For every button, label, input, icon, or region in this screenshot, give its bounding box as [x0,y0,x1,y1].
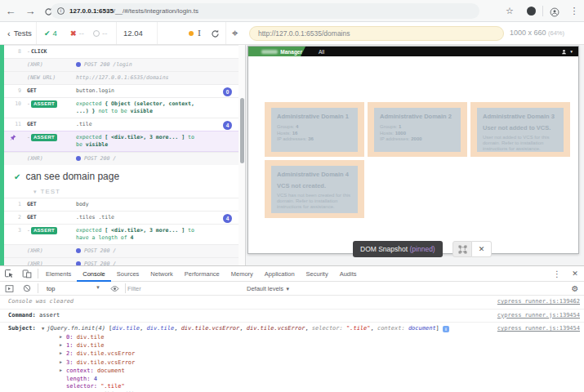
browser-toolbar: ← → i 127.0.0.1:6535/__/#/tests/integrat… [0,0,584,22]
inspect-element-icon[interactable] [0,266,18,282]
aut-url[interactable]: http://127.0.0.1:6535/domains [249,26,504,41]
source-link[interactable]: cypress_runner.js:139454 [497,325,580,333]
user-menu[interactable]: ▾ [561,49,578,55]
xhr-dot-icon [76,62,81,67]
tile-title: Administrative Domain 3 [483,113,558,120]
extension-icon[interactable] [527,7,536,16]
forward-icon[interactable]: → [23,0,38,22]
tab-elements[interactable]: Elements [40,266,77,282]
console-filter-input[interactable] [127,285,242,292]
page-url: 127.0.0.1:6535/__/#/tests/integration/lo… [69,7,198,15]
command-list: 8-CLICK(XHR)POST 200 /login(NEW URL)http… [4,45,239,265]
assert-badge-cell: -ASSERT [27,134,76,141]
tree-key: context: [66,368,97,374]
assert-row[interactable]: -ASSERTexpected [ <div.tile>, 3 more... … [4,131,239,152]
tab-sources[interactable]: Sources [111,266,145,282]
assert-badge-cell: -ASSERT [27,227,76,234]
command-row[interactable]: 2GET.tiles .tile4 [4,211,239,224]
log-row[interactable]: (XHR)POST 200 / [4,257,239,265]
address-bar[interactable]: i 127.0.0.1:6535/__/#/tests/integration/… [51,3,479,19]
command-row[interactable]: 1GETbody [4,198,239,211]
tab-security[interactable]: Security [301,266,334,282]
divider [125,283,126,293]
clear-console-icon[interactable] [18,281,36,296]
device-toolbar-icon[interactable] [18,266,36,282]
log-row[interactable]: (XHR)POST 200 / [4,244,239,257]
live-expression-eye-icon[interactable] [105,281,123,296]
command-row[interactable]: 8-CLICK [4,45,239,58]
tile[interactable]: Administrative Domain 3User not added to… [477,108,564,152]
tab-console[interactable]: Console [77,266,111,282]
log-label: (XHR) [27,61,76,69]
tile-highlight: Administrative Domain 1Groups: 4Hosts: 1… [265,102,364,157]
caret-down-icon: ▼ [96,285,100,292]
log-row[interactable]: (NEW URL)http://127.0.0.1:6535/domains [4,71,239,84]
command-row[interactable]: 9GETbutton.login0 [4,84,239,97]
divider [38,269,38,278]
toolbar-divider [36,22,37,44]
expand-arrow-icon[interactable]: ▶ [60,359,66,366]
object-tree-row: ▶2: div.tile.vcsError [8,350,486,358]
devtools-menu-icon[interactable]: ⋮ [548,266,566,282]
console-sidebar-icon[interactable] [0,281,18,296]
expand-arrow-icon[interactable]: ▶ [60,350,66,357]
tile[interactable]: Administrative Domain 4VCS not created.V… [271,166,358,213]
pin-icon[interactable] [4,134,21,144]
source-link[interactable]: cypress_runner.js:139454 [497,312,580,320]
log-label: (XHR) [27,155,76,163]
assert-badge: ASSERT [31,227,57,234]
scrollbar-thumb[interactable] [240,98,244,163]
assert-message: expected [ <div.tile>, 3 more... ] to be… [76,134,207,149]
test-title-row[interactable]: ✔can see domain page [4,165,239,185]
expand-arrow-icon[interactable]: ▶ [60,367,66,374]
back-icon[interactable]: ← [3,0,18,22]
command-message: button.login [76,87,207,95]
pending-circle-icon [93,30,100,37]
expand-arrow-icon[interactable]: ▶ [60,341,66,349]
context-selector[interactable]: top▼ [40,285,105,292]
source-link[interactable]: cypress_runner.js:139462 [497,298,580,306]
tile-stat-line: Groups: 1 [380,124,455,131]
tile[interactable]: Administrative Domain 1Groups: 4Hosts: 1… [271,108,358,152]
tab-memory[interactable]: Memory [225,266,259,282]
tree-value: div.tile.vcsError [77,350,136,357]
tile-title: Administrative Domain 2 [380,113,455,120]
tab-performance[interactable]: Performance [179,266,225,282]
command-row[interactable]: 11GET.tile4 [4,118,239,131]
nav-item-all[interactable]: All [319,49,324,55]
devtools-tabs: ElementsConsoleSourcesNetworkPerformance… [40,266,363,282]
tiles-grid: Administrative Domain 1Groups: 4Hosts: 1… [265,102,570,221]
log-row[interactable]: (XHR)POST 200 / [4,152,239,165]
expand-caret-icon[interactable]: ▼ [42,326,44,331]
toggle-highlights-button[interactable] [452,241,472,257]
app-logo: Manager [248,47,305,56]
unpin-snapshot-button[interactable]: ✕ [472,241,492,257]
log-levels-dropdown[interactable]: Default levels ▼ [247,285,290,292]
log-row[interactable]: (XHR)POST 200 /login [4,58,239,71]
restart-tests-icon[interactable] [207,22,222,44]
page-info-icon[interactable]: i [57,7,65,15]
log-message: POST 200 / [76,155,207,163]
expand-arrow-icon[interactable]: ▶ [60,333,66,341]
console-settings-icon[interactable]: ⚙ [566,281,584,296]
command-message: .tiles .tile [76,214,207,221]
browser-menu-icon[interactable]: ⋮ [567,0,582,22]
test-section-toggle[interactable]: ▾TEST [4,185,239,198]
back-to-tests-button[interactable]: ‹ Tests [7,22,32,44]
profile-avatar-icon[interactable] [547,0,562,22]
tile[interactable]: Administrative Domain 2Groups: 1Hosts: 1… [374,108,461,152]
tab-audits[interactable]: Audits [334,266,363,282]
selector-playground-button[interactable]: ⌖ [232,22,238,44]
assert-row[interactable]: 3-ASSERTexpected [ <div.tile>, 3 more...… [4,224,239,244]
assert-badge: ASSERT [31,134,57,141]
assert-message: expected [ <div.tile>, 3 more... ] to ha… [76,227,207,242]
tile-highlight: Administrative Domain 2Groups: 1Hosts: 1… [368,102,467,157]
tab-application[interactable]: Application [259,266,301,282]
tile-error-title: User not added to VCS. [483,124,558,131]
devtools-close-icon[interactable]: ✕ [566,266,584,282]
assert-row[interactable]: 10-ASSERTexpected { Object (selector, co… [4,97,239,118]
tree-key: 2: [66,350,77,357]
tile-stat-line: Groups: 4 [277,124,352,131]
bookmark-star-icon[interactable]: ☆ [502,0,517,22]
tab-network[interactable]: Network [145,266,179,282]
